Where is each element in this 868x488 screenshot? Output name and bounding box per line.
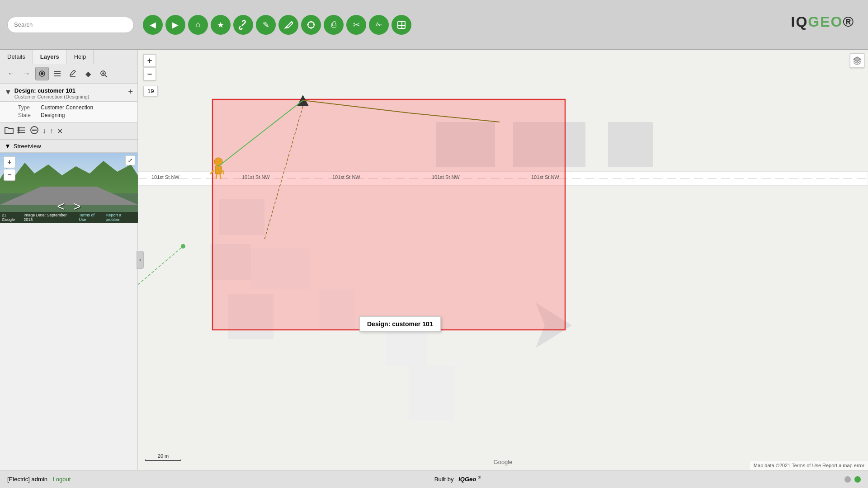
sv-zoom-controls: + − [4, 156, 15, 181]
status-bar: [Electric] admin Logout Built by IQGeo ® [0, 470, 868, 488]
sv-report[interactable]: Report a problem [106, 213, 136, 222]
svg-point-24 [18, 132, 19, 133]
svg-line-47 [216, 174, 217, 179]
svg-rect-37 [319, 289, 355, 330]
link-button[interactable] [233, 15, 253, 35]
svg-rect-27 [138, 50, 868, 470]
map-area[interactable]: 101st St NW 101st St NW 101st St NW 101s… [138, 50, 868, 470]
toolbar2: ← → ◆ [0, 64, 137, 84]
sv-zoom-out[interactable]: − [4, 169, 15, 181]
select-mode-button[interactable] [35, 67, 49, 80]
draw-button[interactable] [278, 15, 298, 35]
left-panel: Details Layers Help ← → ◆ [0, 50, 138, 470]
svg-line-49 [218, 100, 303, 166]
built-by-label: Built by [434, 476, 454, 483]
svg-point-54 [181, 244, 185, 249]
edit-button[interactable]: ✎ [256, 15, 276, 35]
map-tooltip: Design: customer 101 [359, 316, 441, 332]
map-zoom-controls: + − [143, 54, 156, 80]
type-value: Customer Connection [41, 104, 93, 111]
svg-marker-42 [297, 95, 309, 106]
panel-collapse-button[interactable]: ‹ [137, 251, 144, 269]
google-watermark: Google [494, 459, 513, 465]
road-label-5: 101st St NW [531, 174, 559, 180]
locate-button[interactable] [301, 15, 321, 35]
topbar: ◀ ▶ ⌂ ★ ✎ ⎙ ✂ [0, 0, 868, 50]
scale-line [145, 460, 181, 461]
print-button[interactable]: ⎙ [324, 15, 344, 35]
design-state-row: State Designing [18, 112, 133, 118]
close-button[interactable]: ✕ [57, 127, 63, 136]
svg-rect-36 [251, 249, 310, 289]
bookmark-button[interactable]: ★ [211, 15, 231, 35]
svg-point-23 [18, 130, 19, 131]
tab-layers[interactable]: Layers [33, 50, 67, 64]
state-label: State [18, 112, 41, 118]
folder-button[interactable] [5, 126, 14, 136]
sv-terms[interactable]: Terms of Use [79, 213, 102, 222]
sv-zoom-in[interactable]: + [4, 156, 15, 168]
bookmark2-button[interactable]: ◆ [81, 67, 95, 80]
tab-details[interactable]: Details [0, 50, 33, 64]
map-zoom-in[interactable]: + [143, 54, 156, 67]
map-attribution: Map data ©2021 Terms of Use Report a map… [750, 461, 868, 470]
list-view-button[interactable] [17, 126, 26, 136]
sv-footer: 21 Google Image Date: September 2018 Ter… [0, 212, 138, 223]
sv-brand: 21 Google [2, 213, 20, 222]
svg-rect-41 [212, 99, 565, 330]
cut-button[interactable]: ✁ [369, 15, 389, 35]
sv-collapse-icon[interactable]: ▼ [5, 142, 11, 150]
app-logo: IQGEO® [791, 14, 854, 30]
design-collapse-icon[interactable]: ▼ [5, 88, 12, 96]
nav-fwd-button[interactable]: → [20, 67, 33, 80]
svg-rect-35 [228, 294, 274, 339]
svg-line-51 [409, 113, 500, 122]
road-label-1: 101st St NW [151, 174, 179, 180]
svg-line-16 [105, 75, 107, 77]
svg-line-50 [303, 100, 409, 113]
design-add-button[interactable]: + [128, 87, 133, 97]
streetview-header: ▼ Streetview [0, 140, 137, 153]
streetview-image: + − ⤢ < > 21 Google Image Date: Septembe… [0, 153, 138, 223]
actions-bar: ↓ ↑ ✕ [0, 123, 137, 140]
sv-expand-button[interactable]: ⤢ [125, 155, 135, 165]
svg-marker-55 [854, 57, 861, 61]
svg-rect-34 [210, 244, 251, 280]
scissors-button[interactable]: ✂ [346, 15, 366, 35]
scale-bar: 20 m [145, 453, 181, 461]
layers-toggle-button[interactable] [850, 53, 864, 68]
map-zoom-out[interactable]: − [143, 68, 156, 80]
nav-back-button[interactable]: ← [5, 67, 18, 80]
svg-line-45 [210, 170, 214, 174]
status-right [844, 476, 861, 483]
back-button[interactable]: ◀ [143, 15, 163, 35]
logout-button[interactable]: Logout [53, 476, 71, 483]
home-button[interactable]: ⌂ [188, 15, 208, 35]
svg-line-52 [264, 106, 303, 239]
svg-rect-31 [513, 122, 585, 167]
status-center: Built by IQGeo ® [71, 475, 844, 483]
status-prefix: [Electric] admin [7, 476, 47, 483]
svg-rect-39 [409, 366, 454, 420]
cancel-button[interactable] [30, 126, 39, 136]
svg-line-53 [138, 246, 183, 285]
select-button[interactable] [392, 15, 411, 35]
map-background: 101st St NW 101st St NW 101st St NW 101s… [138, 50, 868, 470]
road-label-3: 101st St NW [332, 174, 360, 180]
streetview-title: Streetview [14, 143, 41, 150]
svg-marker-40 [536, 303, 572, 348]
svg-point-1 [308, 22, 314, 28]
forward-button[interactable]: ▶ [165, 15, 185, 35]
svg-line-46 [223, 170, 224, 174]
state-value: Designing [41, 112, 65, 118]
search-input[interactable] [7, 17, 134, 33]
move-up-button[interactable]: ↑ [50, 127, 53, 135]
zoom-obj-button[interactable] [97, 67, 110, 80]
scale-label: 20 m [158, 453, 169, 459]
list-button[interactable] [51, 67, 64, 80]
svg-rect-32 [608, 122, 653, 167]
edit2-button[interactable] [66, 67, 80, 80]
tab-help[interactable]: Help [67, 50, 94, 64]
status-left: [Electric] admin Logout [7, 476, 71, 483]
move-down-button[interactable]: ↓ [42, 127, 46, 135]
